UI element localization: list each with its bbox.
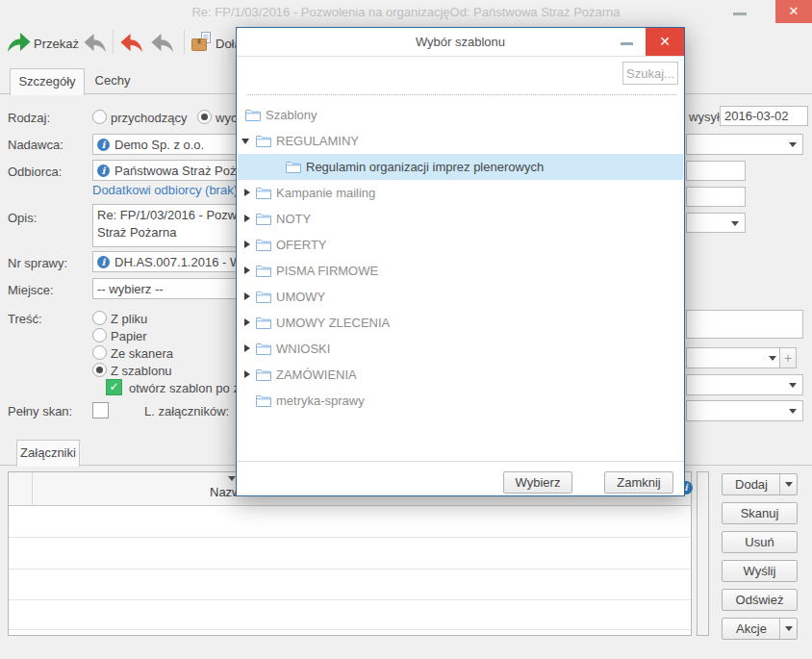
tree-item-kampanie-mailing[interactable]: Kampanie mailing	[238, 180, 683, 206]
tree-item-label: PISMA FIRMOWE	[276, 264, 378, 278]
radio-ze-skanera-label[interactable]: Ze skanera	[111, 346, 173, 361]
info-icon	[97, 256, 110, 268]
pelny-skan-checkbox[interactable]	[92, 402, 109, 418]
dialog-minimize-button[interactable]	[621, 42, 633, 45]
collapse-arrow-icon[interactable]	[241, 139, 249, 144]
radio-z-pliku[interactable]	[92, 311, 107, 325]
akcje-dropdown[interactable]	[779, 619, 797, 639]
chevron-down-icon	[769, 356, 776, 361]
window-close-button[interactable]: ✕	[775, 0, 812, 23]
folder-icon	[256, 317, 271, 332]
tab-zalaczniki[interactable]: Załączniki	[16, 440, 80, 467]
forward-label[interactable]: Przekaż	[34, 37, 79, 51]
odswiez-button[interactable]: Odśwież	[722, 589, 798, 611]
right-select-2[interactable]	[686, 213, 746, 233]
right-select-5[interactable]	[686, 400, 803, 421]
skanuj-label: Skanuj	[741, 506, 779, 520]
tree-item-oferty[interactable]: OFERTY	[238, 232, 683, 258]
chevron-down-icon	[789, 409, 797, 414]
wysylki-date-field[interactable]: 2016-03-02	[720, 106, 808, 126]
tree-item-label: Kampanie mailing	[276, 186, 375, 200]
table-row	[9, 537, 691, 538]
tab-szczegoly[interactable]: Szczegóły	[10, 68, 85, 95]
tree-item-noty[interactable]: NOTY	[238, 206, 683, 232]
expand-arrow-icon[interactable]	[244, 318, 250, 326]
tab-zalaczniki-label: Załączniki	[20, 445, 76, 460]
dodaj-button[interactable]: Dodaj	[722, 473, 798, 495]
radio-wychodzacy[interactable]	[197, 110, 212, 124]
tree-item-umowy-zlecenia[interactable]: UMOWY ZLECENIA	[238, 310, 683, 336]
search-input[interactable]	[622, 62, 678, 85]
window-minimize-button[interactable]	[733, 13, 747, 15]
close-icon: ✕	[659, 34, 671, 49]
expand-arrow-icon[interactable]	[244, 370, 250, 378]
open-template-label[interactable]: otwórz szablon po za	[129, 381, 246, 395]
template-dialog: Wybór szablonu ✕ Szablony REGULAMINY	[236, 27, 685, 496]
radio-z-pliku-label[interactable]: Z pliku	[111, 312, 147, 326]
right-field-2[interactable]	[686, 187, 746, 207]
radio-z-szablonu[interactable]	[92, 363, 107, 377]
attach-package-icon[interactable]	[190, 30, 214, 58]
wybierz-button[interactable]: Wybierz	[503, 471, 572, 494]
radio-przychodzacy-label[interactable]: przychodzący	[111, 111, 187, 125]
tree-item-umowy[interactable]: UMOWY	[238, 284, 683, 310]
expand-arrow-icon[interactable]	[244, 292, 250, 300]
radio-papier-label[interactable]: Papier	[111, 329, 147, 343]
radio-przychodzacy[interactable]	[92, 110, 107, 124]
window-titlebar: Re: FP/1/03/2016 - Pozwolenia na organiz…	[0, 0, 812, 25]
sort-arrow-icon[interactable]	[228, 476, 236, 481]
pelny-skan-label: Pełny skan:	[8, 404, 72, 418]
reply-red-icon[interactable]	[119, 32, 144, 59]
nr-sprawy-label: Nr sprawy:	[8, 256, 67, 270]
akcje-button[interactable]: Akcje	[722, 618, 798, 640]
zamknij-button[interactable]: Zamknij	[604, 471, 673, 494]
tree-item-zamowienia[interactable]: ZAMÓWIENIA	[238, 362, 683, 388]
close-icon: ✕	[789, 4, 799, 18]
tab-cechy[interactable]: Cechy	[85, 68, 140, 93]
open-template-checkbox[interactable]	[106, 379, 122, 395]
tree-item-metryka-sprawy[interactable]: metryka-sprawy	[238, 388, 683, 414]
zalaczniki-count-label: L. załączników:	[144, 404, 229, 418]
add-plus-button[interactable]: +	[779, 347, 797, 368]
tree-item-wnioski[interactable]: WNIOSKI	[238, 336, 683, 362]
right-select-1[interactable]	[686, 134, 803, 155]
folder-icon	[256, 342, 271, 358]
info-icon	[97, 165, 110, 177]
skanuj-button[interactable]: Skanuj	[722, 502, 798, 524]
dialog-close-button[interactable]: ✕	[646, 28, 684, 56]
expand-arrow-icon[interactable]	[244, 215, 250, 222]
dodatkowi-odbiorcy-link[interactable]: Dodatkowi odbiorcy (brak)...	[92, 183, 248, 197]
expand-arrow-icon[interactable]	[244, 266, 250, 274]
usun-button[interactable]: Usuń	[722, 531, 798, 553]
tree-item-regulamin-imprez[interactable]: Regulamin organizacji imprez plenerowych	[238, 154, 683, 180]
right-select-4[interactable]	[686, 374, 803, 395]
miejsce-value: -- wybierz --	[97, 282, 164, 296]
radio-ze-skanera[interactable]	[92, 345, 107, 360]
usun-label: Usuń	[745, 535, 774, 549]
right-textarea[interactable]	[686, 310, 803, 339]
miejsce-label: Miejsce:	[8, 283, 54, 297]
expand-arrow-icon[interactable]	[244, 344, 250, 352]
right-field-1[interactable]	[686, 161, 746, 181]
chevron-down-icon	[731, 221, 739, 226]
tree-item-pisma-firmowe[interactable]: PISMA FIRMOWE	[238, 258, 683, 284]
wysylki-date-value: 2016-03-02	[724, 109, 789, 123]
expand-arrow-icon[interactable]	[244, 241, 250, 248]
chevron-down-icon	[785, 626, 793, 631]
forward-arrow-icon[interactable]	[6, 31, 32, 59]
folder-icon	[256, 291, 271, 306]
folder-icon	[256, 394, 271, 410]
wyslij-button[interactable]: Wyślij	[722, 560, 798, 582]
tree-item-regulaminy[interactable]: REGULAMINY	[238, 128, 683, 154]
reply-all-icon[interactable]	[150, 32, 175, 59]
radio-papier[interactable]	[92, 328, 107, 342]
table-scrollbar[interactable]	[697, 471, 709, 636]
dodaj-dropdown[interactable]	[779, 474, 797, 494]
radio-z-szablonu-label[interactable]: Z szablonu	[111, 364, 172, 378]
dialog-title: Wybór szablonu	[237, 35, 684, 49]
wybierz-label: Wybierz	[516, 475, 561, 490]
expand-arrow-icon[interactable]	[244, 189, 250, 196]
right-select-3[interactable]	[686, 347, 783, 368]
reply-icon[interactable]	[83, 32, 108, 59]
tree-item-szablony[interactable]: Szablony	[238, 102, 683, 128]
